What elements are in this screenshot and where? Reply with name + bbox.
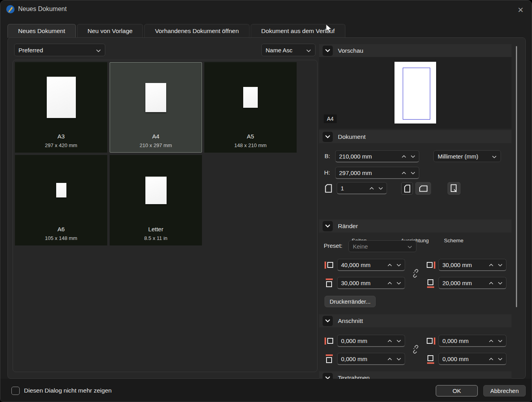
section-header-bleed: Anschnitt <box>319 314 512 327</box>
margin-left-spinbox[interactable]: 40,000 mm <box>337 259 405 271</box>
bleed-fields: 0,000 mm0,000 mm0,000 mm0,000 mm <box>325 335 512 365</box>
width-spinbox[interactable]: 210,000 mm <box>335 150 419 162</box>
chevron-down-icon <box>407 243 412 250</box>
orientation-portrait-button[interactable] <box>401 182 413 195</box>
margin-bottom-spinbox[interactable]: 20,000 mm <box>438 277 506 289</box>
section-header-margins: Ränder <box>319 219 512 232</box>
spin-down-icon[interactable] <box>378 184 383 192</box>
spin-down-icon[interactable] <box>498 355 503 362</box>
dont-show-again-checkbox[interactable] <box>11 387 20 395</box>
pages-spinbox-value: 1 <box>341 185 369 192</box>
bleed-top-spinbox[interactable]: 0,000 mm <box>337 353 405 365</box>
collapse-preview-button[interactable] <box>323 46 333 56</box>
page-size-card-letter[interactable]: Letter8.5 x 11 in <box>110 155 202 245</box>
margin-preset-dropdown[interactable]: Keine <box>349 240 416 252</box>
chevron-down-icon <box>325 319 330 323</box>
dont-show-again-label: Diesen Dialog nicht mehr zeigen <box>24 387 112 394</box>
ok-button[interactable]: OK <box>436 385 478 396</box>
chevron-down-icon <box>325 49 330 52</box>
spin-up-icon[interactable] <box>369 184 374 192</box>
margin-fields: 40,000 mm30,000 mm30,000 mm20,000 mm <box>325 259 512 289</box>
spin-down-icon[interactable] <box>498 279 503 286</box>
spin-down-icon[interactable] <box>411 153 415 160</box>
bleed-top-icon <box>325 354 334 364</box>
margin-preset-dropdown-value: Keine <box>353 243 407 250</box>
tab-label: Neues Dokument <box>18 28 65 35</box>
paper-thumbnail <box>56 183 66 197</box>
collapse-bleed-button[interactable] <box>323 316 333 326</box>
margin-right-icon <box>426 260 435 270</box>
unit-dropdown[interactable]: Millimeter (mm) <box>433 150 501 162</box>
tab-vorhandenes-dokument-ffnen[interactable]: Vorhandenes Dokument öffnen <box>144 24 249 38</box>
tab-label: Vorhandenes Dokument öffnen <box>155 28 238 35</box>
close-icon[interactable]: ✕ <box>515 4 526 15</box>
spin-down-icon[interactable] <box>396 279 401 286</box>
chevron-down-icon <box>96 47 101 53</box>
preset-label: Preset: <box>324 242 343 249</box>
paper-zone <box>15 155 107 225</box>
page-size-card-a3[interactable]: A3297 x 420 mm <box>15 62 107 153</box>
spin-up-icon[interactable] <box>489 261 493 268</box>
scheme-button[interactable] <box>448 182 460 195</box>
broken-chain-link-icon[interactable] <box>411 345 420 356</box>
paper-thumbnail <box>145 83 166 112</box>
spin-up-icon[interactable] <box>387 355 392 362</box>
spin-down-icon[interactable] <box>411 169 415 176</box>
tab-neues-dokument[interactable]: Neues Dokument <box>7 24 76 38</box>
spin-up-icon[interactable] <box>489 279 493 286</box>
collapse-margins-button[interactable] <box>323 221 333 231</box>
size-filter-dropdown[interactable]: Preferred <box>14 44 105 56</box>
broken-chain-link-icon[interactable] <box>411 269 420 280</box>
bleed-right-spinbox[interactable]: 0,000 mm <box>438 335 506 347</box>
page-size-dims: 105 x 148 mm <box>45 235 77 241</box>
tab-label: Neu von Vorlage <box>88 28 133 35</box>
collapse-document-button[interactable] <box>323 132 333 142</box>
paper-thumbnail <box>243 87 258 108</box>
landscape-page-icon <box>419 185 428 192</box>
spin-down-icon[interactable] <box>396 261 401 268</box>
bleed-right-icon <box>426 336 435 346</box>
spin-up-icon[interactable] <box>387 337 392 344</box>
chevron-down-icon <box>306 47 311 53</box>
printer-margins-button[interactable]: Druckerränder... <box>325 296 376 307</box>
section-header-preview: Vorschau <box>319 44 512 57</box>
margin-top-spinbox[interactable]: 30,000 mm <box>337 277 405 289</box>
orientation-landscape-button[interactable] <box>415 182 431 195</box>
page-size-name: A4 <box>152 133 159 140</box>
sort-dropdown[interactable]: Name Asc <box>261 44 316 56</box>
tab-content-pane: Preferred Name Asc A3297 x 420 mmA4210 x… <box>7 37 526 379</box>
spin-up-icon[interactable] <box>402 169 406 176</box>
preview-page <box>394 62 436 124</box>
portrait-page-icon <box>404 184 411 193</box>
margin-bottom-spinbox-value: 20,000 mm <box>442 280 489 286</box>
height-spinbox[interactable]: 297,000 mm <box>335 167 419 179</box>
tab-dokument-aus-dem-verlauf[interactable]: Dokument aus dem Verlauf <box>251 24 345 38</box>
margin-right-spinbox[interactable]: 30,000 mm <box>438 259 506 271</box>
spin-down-icon[interactable] <box>498 337 503 344</box>
spin-down-icon[interactable] <box>396 337 401 344</box>
bleed-bottom-spinbox[interactable]: 0,000 mm <box>438 353 506 365</box>
pages-icon <box>323 183 334 195</box>
paper-zone <box>205 63 296 132</box>
right-panel-scrollbar[interactable] <box>516 46 517 307</box>
spin-up-icon[interactable] <box>489 337 493 344</box>
preview-margin-guides <box>403 68 430 120</box>
cancel-button[interactable]: Abbrechen <box>483 385 526 396</box>
titlebar: Neues Dokument ✕ <box>0 0 532 24</box>
spin-up-icon[interactable] <box>489 355 493 362</box>
page-size-card-a5[interactable]: A5148 x 210 mm <box>204 62 297 153</box>
spin-up-icon[interactable] <box>387 261 392 268</box>
page-size-name: A3 <box>57 133 64 140</box>
page-size-card-a4[interactable]: A4210 x 297 mm <box>110 62 202 153</box>
spin-up-icon[interactable] <box>402 153 406 160</box>
document-settings: B: 210,000 mm Millimeter (mm) H: 297,000… <box>319 143 512 219</box>
window-title: Neues Dokument <box>18 6 67 13</box>
bleed-bottom-spinbox-value: 0,000 mm <box>442 356 489 362</box>
tab-neu-von-vorlage[interactable]: Neu von Vorlage <box>77 24 143 38</box>
spin-down-icon[interactable] <box>396 355 401 362</box>
bleed-left-spinbox[interactable]: 0,000 mm <box>337 335 405 347</box>
page-size-card-a6[interactable]: A6105 x 148 mm <box>15 155 107 245</box>
spin-down-icon[interactable] <box>498 261 503 268</box>
spin-up-icon[interactable] <box>387 279 392 286</box>
pages-spinbox[interactable]: 1 <box>337 182 387 194</box>
